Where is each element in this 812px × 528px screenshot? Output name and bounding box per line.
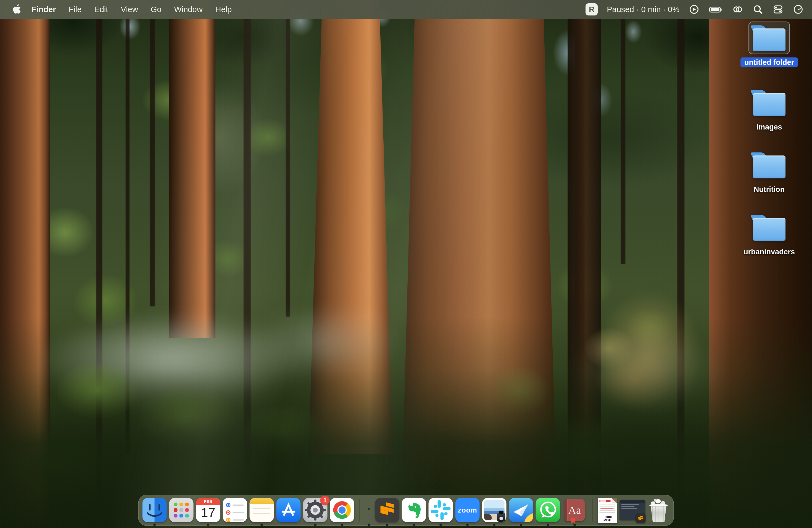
battery-icon[interactable]: [709, 4, 723, 15]
dock-app-app-store[interactable]: [276, 498, 301, 522]
running-indicator: [314, 524, 317, 526]
dock-app-reminders[interactable]: [223, 498, 247, 522]
folder-label[interactable]: Nutrition: [750, 185, 788, 194]
zoom-icon: zoom: [455, 498, 480, 522]
ink-bottle-icon: [497, 511, 505, 522]
notes-icon: [250, 498, 274, 522]
control-center-icon[interactable]: [772, 4, 784, 15]
running-indicator: [207, 524, 209, 526]
running-indicator: [386, 524, 388, 526]
dock-app-dictionary[interactable]: Aa: [563, 498, 587, 522]
spotlight-search-icon[interactable]: [752, 4, 764, 15]
running-indicator: [493, 524, 495, 526]
pdf-label: PDF: [598, 518, 617, 522]
folder-label[interactable]: images: [752, 122, 786, 132]
desktop-folder-untitled[interactable]: untitled folder: [729, 21, 809, 68]
desktop-screen: Finder File Edit View Go Window Help R P…: [0, 0, 812, 528]
dictionary-icon: Aa: [565, 499, 585, 521]
desktop-folder-urbaninvaders[interactable]: urbaninvaders: [729, 211, 809, 257]
running-indicator: [574, 524, 576, 526]
apple-logo-icon[interactable]: [12, 4, 21, 15]
trash-rim: [649, 504, 668, 507]
preview-icon: [482, 498, 507, 522]
menu-go[interactable]: Go: [151, 5, 162, 14]
menu-bar-left: Finder File Edit View Go Window Help: [12, 4, 232, 15]
link-icon[interactable]: [732, 4, 743, 15]
dock-separator: [592, 499, 593, 522]
running-indicator: [153, 524, 156, 526]
running-indicator: [520, 524, 522, 526]
running-indicator: [341, 524, 343, 526]
dock: FEB 17: [139, 495, 674, 526]
running-indicator: [547, 524, 549, 526]
folder-icon: [753, 25, 785, 52]
recorder-status-text[interactable]: Paused · 0 min · 0%: [607, 5, 679, 14]
evernote-icon: [402, 498, 426, 522]
dock-app-system-settings[interactable]: 1: [303, 498, 328, 522]
folder-icon: [753, 215, 785, 241]
running-indicator: [466, 524, 469, 526]
menu-finder[interactable]: Finder: [31, 5, 56, 14]
reminders-icon: [223, 498, 247, 522]
dock-app-finder[interactable]: [143, 498, 167, 522]
finder-icon: [143, 498, 167, 522]
menu-edit[interactable]: Edit: [94, 5, 108, 14]
dock-app-sublime-text[interactable]: [375, 498, 400, 522]
calendar-day: 17: [196, 505, 220, 520]
dock-app-notes[interactable]: [250, 498, 274, 522]
menu-bar: Finder File Edit View Go Window Help R P…: [0, 0, 812, 19]
wallpaper-vignette: [0, 0, 812, 528]
sublime-badge-icon: [636, 513, 646, 523]
running-indicator: [412, 524, 415, 526]
folder-icon: [753, 152, 785, 178]
dock-app-chrome[interactable]: [330, 498, 354, 522]
dock-app-launchpad[interactable]: [169, 498, 193, 522]
dock-app-zoom[interactable]: zoom: [455, 498, 480, 522]
dock-app-calendar[interactable]: FEB 17: [196, 498, 220, 522]
app-store-icon: [276, 498, 301, 522]
recorder-badge[interactable]: R: [585, 3, 598, 15]
wallpaper-forest: [0, 0, 812, 528]
clock-icon[interactable]: [793, 4, 804, 15]
folder-selection-box: [749, 21, 790, 54]
sublime-text-icon: [375, 498, 400, 522]
dock-minimized-pdf-window[interactable]: PDF: [598, 498, 617, 522]
dock-app-slack[interactable]: [429, 498, 453, 522]
trash-can-icon: [650, 505, 668, 522]
desktop-folder-nutrition[interactable]: Nutrition: [729, 149, 809, 194]
dock-app-preview[interactable]: [482, 498, 507, 522]
desktop-folder-images[interactable]: images: [729, 86, 809, 132]
launchpad-icon: [169, 498, 193, 522]
dock-app-hidden[interactable]: [365, 498, 373, 522]
calendar-month: FEB: [196, 498, 220, 505]
settings-notification-badge: 1: [320, 496, 330, 505]
menu-file[interactable]: File: [69, 5, 82, 14]
folder-label[interactable]: urbaninvaders: [740, 247, 799, 257]
zoom-wordmark: zoom: [458, 506, 477, 514]
chrome-icon: [330, 498, 354, 522]
menu-bar-status: R Paused · 0 min · 0%: [585, 3, 804, 15]
running-indicator: [367, 524, 370, 526]
dock-trash-full[interactable]: [648, 498, 670, 522]
folder-label[interactable]: untitled folder: [740, 57, 798, 68]
menu-view[interactable]: View: [121, 5, 138, 14]
dictionary-aa-text: Aa: [568, 504, 581, 517]
calendar-icon: FEB 17: [196, 498, 220, 522]
play-circle-icon[interactable]: [688, 4, 700, 15]
menu-window[interactable]: Window: [174, 5, 202, 14]
dock-app-whatsapp[interactable]: [536, 498, 560, 522]
dock-app-spark-mail[interactable]: [509, 498, 533, 522]
dock-separator: [360, 499, 360, 522]
running-indicator: [260, 524, 263, 526]
whatsapp-icon: [536, 498, 560, 522]
folder-icon: [753, 90, 785, 116]
spark-mail-icon: [509, 498, 533, 522]
page-fold-icon: [612, 498, 617, 503]
dock-app-evernote[interactable]: [402, 498, 426, 522]
dock-minimized-sublime-window[interactable]: [620, 498, 645, 522]
bookmark-ribbon-icon: [571, 518, 575, 524]
menu-help[interactable]: Help: [215, 5, 232, 14]
hidden-app-artifact: [368, 508, 370, 510]
pdf-document-thumbnail: PDF: [598, 498, 617, 523]
slack-icon: [429, 498, 453, 522]
